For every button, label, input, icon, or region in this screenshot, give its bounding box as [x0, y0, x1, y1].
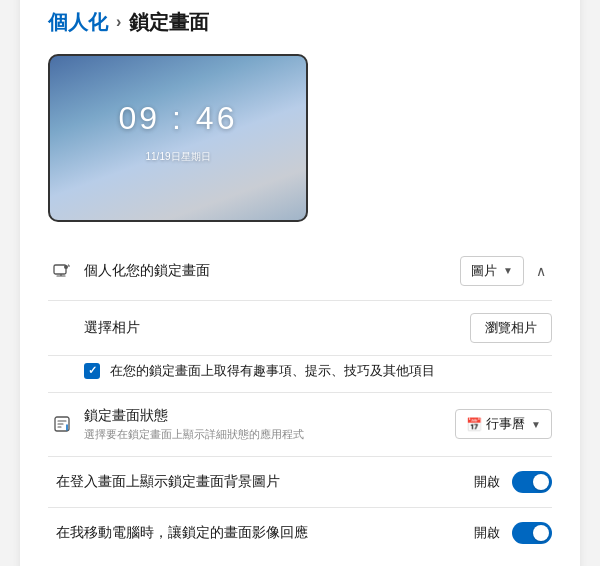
breadcrumb: 個人化 › 鎖定畫面	[48, 9, 552, 36]
lock-screen-preview: 09 : 46 11/19日星期日	[48, 54, 308, 222]
lock-status-dropdown-value: 行事曆	[486, 415, 525, 433]
lock-status-label: 鎖定畫面狀態 選擇要在鎖定畫面上顯示詳細狀態的應用程式	[84, 407, 455, 442]
dropdown-caret-icon: ▼	[503, 265, 513, 276]
personalize-collapse-button[interactable]: ∧	[530, 259, 552, 283]
fun-facts-checkbox[interactable]	[84, 363, 100, 379]
personalize-icon	[48, 262, 76, 280]
select-photo-label: 選擇相片	[84, 319, 470, 337]
fun-facts-row: 在您的鎖定畫面上取得有趣事項、提示、技巧及其他項目	[48, 356, 552, 393]
settings-panel: 個人化 › 鎖定畫面 09 : 46 11/19日星期日 個人化您的鎖定畫面 圖…	[20, 0, 580, 566]
login-bg-status: 開啟	[474, 473, 500, 491]
preview-time: 09 : 46	[119, 99, 238, 136]
motion-toggle[interactable]	[512, 522, 552, 544]
login-bg-row: 在登入畫面上顯示鎖定畫面背景圖片 開啟	[48, 457, 552, 508]
browse-photos-button[interactable]: 瀏覽相片	[470, 313, 552, 343]
breadcrumb-current: 鎖定畫面	[129, 9, 209, 36]
lock-status-sublabel: 選擇要在鎖定畫面上顯示詳細狀態的應用程式	[84, 427, 455, 442]
calendar-icon: 📅	[466, 417, 482, 432]
fun-facts-label: 在您的鎖定畫面上取得有趣事項、提示、技巧及其他項目	[110, 362, 435, 380]
select-photo-row: 選擇相片 瀏覽相片	[48, 301, 552, 356]
breadcrumb-parent[interactable]: 個人化	[48, 9, 108, 36]
motion-row: 在我移動電腦時，讓鎖定的畫面影像回應 開啟	[48, 508, 552, 558]
login-bg-toggle[interactable]	[512, 471, 552, 493]
preview-date: 11/19日星期日	[145, 150, 210, 164]
motion-control: 開啟	[474, 522, 552, 544]
personalize-row: 個人化您的鎖定畫面 圖片 ▼ ∧	[48, 242, 552, 301]
login-bg-label: 在登入畫面上顯示鎖定畫面背景圖片	[56, 473, 474, 491]
personalize-dropdown-value: 圖片	[471, 262, 497, 280]
lock-status-row: 鎖定畫面狀態 選擇要在鎖定畫面上顯示詳細狀態的應用程式 📅 行事曆 ▼	[48, 393, 552, 457]
personalize-dropdown[interactable]: 圖片 ▼	[460, 256, 524, 286]
motion-label: 在我移動電腦時，讓鎖定的畫面影像回應	[56, 524, 474, 542]
lock-status-caret-icon: ▼	[531, 419, 541, 430]
lock-status-icon	[48, 415, 76, 433]
breadcrumb-separator: ›	[116, 13, 121, 31]
personalize-control: 圖片 ▼ ∧	[460, 256, 552, 286]
lock-status-control: 📅 行事曆 ▼	[455, 409, 552, 439]
motion-status: 開啟	[474, 524, 500, 542]
personalize-label: 個人化您的鎖定畫面	[84, 262, 460, 280]
lock-status-dropdown[interactable]: 📅 行事曆 ▼	[455, 409, 552, 439]
login-bg-control: 開啟	[474, 471, 552, 493]
